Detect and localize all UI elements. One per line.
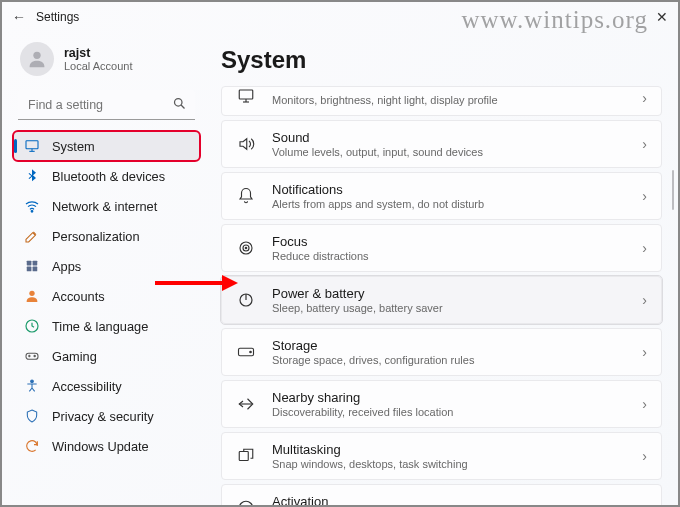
svg-point-17 — [31, 380, 34, 383]
card-multitasking[interactable]: MultitaskingSnap windows, desktops, task… — [221, 432, 662, 480]
svg-rect-28 — [239, 452, 248, 461]
svg-point-29 — [239, 501, 253, 505]
network-icon — [24, 198, 40, 214]
activation-icon — [236, 498, 256, 505]
bluetooth-icon — [24, 168, 40, 184]
card-nearby[interactable]: Nearby sharingDiscoverability, received … — [221, 380, 662, 428]
chevron-right-icon: › — [642, 240, 647, 256]
user-sub: Local Account — [64, 60, 133, 72]
accessibility-icon — [24, 378, 40, 394]
sidebar-item-network[interactable]: Network & internet — [14, 192, 199, 220]
sidebar-item-label: Windows Update — [52, 439, 149, 454]
personalization-icon — [24, 228, 40, 244]
sidebar-item-label: Gaming — [52, 349, 97, 364]
card-title: Power & battery — [272, 286, 626, 302]
card-sound[interactable]: SoundVolume levels, output, input, sound… — [221, 120, 662, 168]
back-button[interactable]: ← — [12, 9, 26, 25]
svg-rect-8 — [33, 261, 38, 266]
sidebar-item-label: Bluetooth & devices — [52, 169, 165, 184]
svg-rect-10 — [33, 267, 38, 272]
sidebar-item-apps[interactable]: Apps — [14, 252, 199, 280]
system-icon — [24, 138, 40, 154]
sidebar-item-gaming[interactable]: Gaming — [14, 342, 199, 370]
privacy-icon — [24, 408, 40, 424]
svg-rect-13 — [26, 353, 38, 359]
notifications-icon — [236, 186, 256, 206]
sidebar-item-label: Time & language — [52, 319, 148, 334]
card-subtitle: Volume levels, output, input, sound devi… — [272, 146, 626, 158]
card-title: Nearby sharing — [272, 390, 626, 406]
accounts-icon — [24, 288, 40, 304]
close-button[interactable]: ✕ — [656, 9, 668, 25]
card-storage[interactable]: StorageStorage space, drives, configurat… — [221, 328, 662, 376]
scrollbar-thumb[interactable] — [672, 170, 674, 210]
chevron-right-icon: › — [642, 90, 647, 106]
search-box[interactable] — [18, 90, 195, 120]
svg-rect-18 — [239, 90, 253, 99]
nearby-icon — [236, 394, 256, 414]
svg-point-27 — [250, 351, 252, 353]
card-title: Multitasking — [272, 442, 626, 458]
avatar — [20, 42, 54, 76]
svg-rect-9 — [27, 267, 32, 272]
sidebar-item-accessibility[interactable]: Accessibility — [14, 372, 199, 400]
card-title: Activation — [272, 494, 626, 505]
sidebar-item-bluetooth[interactable]: Bluetooth & devices — [14, 162, 199, 190]
storage-icon — [236, 342, 256, 362]
card-focus[interactable]: FocusReduce distractions› — [221, 224, 662, 272]
card-power[interactable]: Power & batterySleep, battery usage, bat… — [221, 276, 662, 324]
chevron-right-icon: › — [642, 396, 647, 412]
sidebar: rajst Local Account SystemBluetooth & de… — [2, 32, 207, 505]
sound-icon — [236, 134, 256, 154]
card-notifications[interactable]: NotificationsAlerts from apps and system… — [221, 172, 662, 220]
settings-list: DisplayMonitors, brightness, night light… — [207, 86, 664, 505]
card-display[interactable]: DisplayMonitors, brightness, night light… — [221, 86, 662, 116]
svg-rect-3 — [26, 141, 38, 149]
sidebar-item-system[interactable]: System — [14, 132, 199, 160]
svg-line-2 — [181, 105, 184, 108]
svg-point-1 — [175, 99, 183, 107]
card-subtitle: Reduce distractions — [272, 250, 626, 262]
power-icon — [236, 290, 256, 310]
sidebar-item-personalization[interactable]: Personalization — [14, 222, 199, 250]
search-icon — [172, 96, 187, 115]
window-title: Settings — [36, 10, 79, 24]
sidebar-item-label: System — [52, 139, 95, 154]
sidebar-item-label: Accessibility — [52, 379, 122, 394]
search-input[interactable] — [18, 90, 195, 120]
svg-point-0 — [33, 52, 40, 59]
apps-icon — [24, 258, 40, 274]
sidebar-item-label: Network & internet — [52, 199, 157, 214]
svg-point-6 — [31, 211, 33, 213]
sidebar-item-time[interactable]: Time & language — [14, 312, 199, 340]
card-subtitle: Sleep, battery usage, battery saver — [272, 302, 626, 314]
sidebar-item-privacy[interactable]: Privacy & security — [14, 402, 199, 430]
svg-point-11 — [29, 291, 34, 296]
chevron-right-icon: › — [642, 136, 647, 152]
gaming-icon — [24, 348, 40, 364]
chevron-right-icon: › — [642, 448, 647, 464]
sidebar-item-label: Apps — [52, 259, 81, 274]
svg-point-23 — [245, 247, 247, 249]
chevron-right-icon: › — [642, 188, 647, 204]
sidebar-item-accounts[interactable]: Accounts — [14, 282, 199, 310]
card-title: Storage — [272, 338, 626, 354]
card-activation[interactable]: ActivationActivation state, subscription… — [221, 484, 662, 505]
sidebar-item-label: Personalization — [52, 229, 140, 244]
update-icon — [24, 438, 40, 454]
chevron-right-icon: › — [642, 344, 647, 360]
chevron-right-icon: › — [642, 500, 647, 505]
card-subtitle: Alerts from apps and system, do not dist… — [272, 198, 626, 210]
card-subtitle: Monitors, brightness, night light, displ… — [272, 94, 626, 106]
sidebar-item-update[interactable]: Windows Update — [14, 432, 199, 460]
card-title: Sound — [272, 130, 626, 146]
svg-point-14 — [34, 355, 35, 356]
user-block[interactable]: rajst Local Account — [14, 38, 199, 90]
sidebar-item-label: Accounts — [52, 289, 105, 304]
card-subtitle: Storage space, drives, configuration rul… — [272, 354, 626, 366]
card-title: Notifications — [272, 182, 626, 198]
card-subtitle: Snap windows, desktops, task switching — [272, 458, 626, 470]
time-icon — [24, 318, 40, 334]
nav: SystemBluetooth & devicesNetwork & inter… — [14, 132, 199, 460]
card-subtitle: Discoverability, received files location — [272, 406, 626, 418]
